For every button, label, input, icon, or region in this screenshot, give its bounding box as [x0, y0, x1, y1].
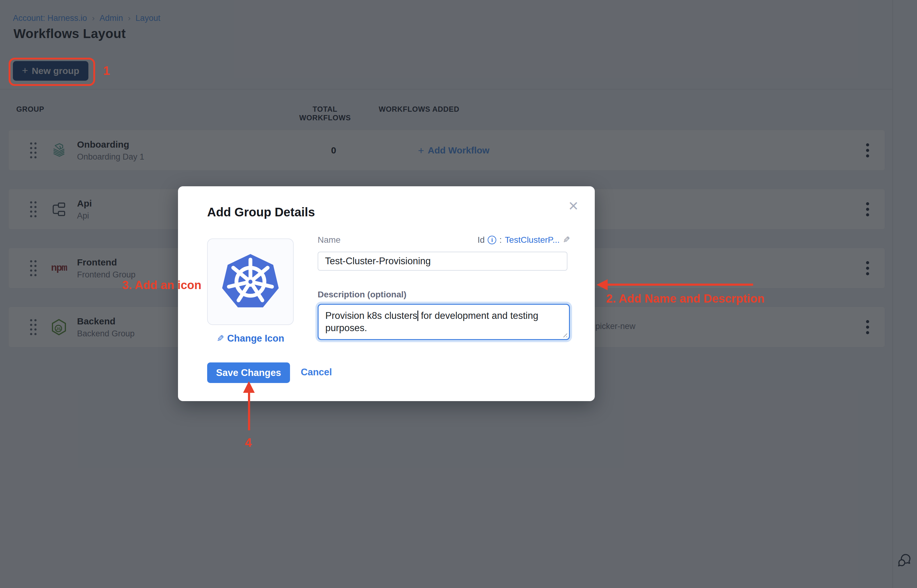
group-name-input[interactable]: [318, 252, 567, 271]
description-field-label: Description (optional): [318, 290, 570, 299]
textarea-resize-grip[interactable]: [562, 332, 567, 337]
save-changes-button[interactable]: Save Changes: [207, 362, 290, 383]
change-icon-link[interactable]: ✎Change Icon: [207, 333, 294, 344]
entity-id-row: Id i : TestClusterP... ✎: [478, 235, 570, 245]
close-icon[interactable]: ✕: [568, 200, 579, 213]
group-icon-preview[interactable]: [207, 239, 294, 325]
change-icon-label: Change Icon: [227, 333, 284, 344]
info-icon[interactable]: i: [488, 236, 496, 244]
annotation-highlight-box: [9, 58, 95, 86]
id-label: Id: [478, 235, 484, 245]
id-colon: :: [499, 235, 502, 245]
annotation-arrow-left-head: [597, 279, 608, 290]
annotation-step-1: 1: [103, 64, 110, 78]
annotation-step-3: 3. Add an icon: [122, 279, 201, 292]
description-text-before-cursor: Provision k8s clusters: [325, 310, 417, 321]
annotation-step-2: 2. Add Name and Descrption: [606, 292, 764, 305]
name-field-label: Name: [318, 235, 341, 245]
cancel-button[interactable]: Cancel: [301, 367, 332, 378]
modal-title: Add Group Details: [207, 205, 315, 219]
kubernetes-logo-icon: [220, 252, 281, 311]
id-value-link[interactable]: TestClusterP...: [505, 235, 559, 245]
annotation-step-4: 4: [245, 436, 252, 450]
annotation-arrow-up-line: [248, 392, 250, 430]
edit-id-pencil-icon[interactable]: ✎: [563, 235, 570, 245]
add-group-details-modal: Add Group Details ✕ ✎Change Icon Name: [178, 186, 595, 401]
annotation-arrow-left-line: [606, 284, 753, 286]
pencil-icon: ✎: [217, 333, 224, 344]
group-description-textarea[interactable]: Provision k8s clusters for development a…: [318, 304, 570, 340]
annotation-arrow-up-head: [243, 381, 255, 393]
